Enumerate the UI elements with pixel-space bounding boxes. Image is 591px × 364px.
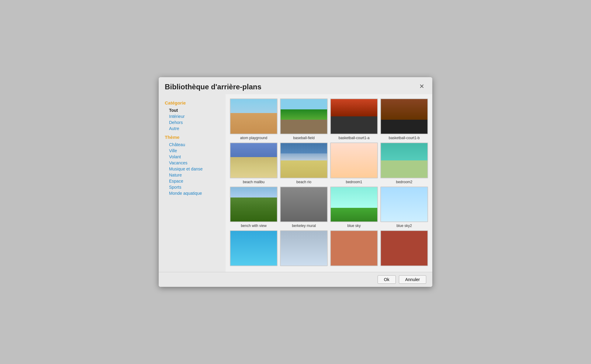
- backgrounds-grid-area: atom playgroundbaseball-fieldbasketball-…: [226, 94, 432, 272]
- background-thumbnail: [330, 98, 378, 134]
- theme-section-title: Thème: [165, 135, 219, 140]
- background-label: blue sky: [347, 224, 361, 228]
- sidebar: Catégorie ToutIntérieurDehorsAutre Thème…: [159, 94, 226, 272]
- background-item[interactable]: [230, 230, 278, 268]
- sidebar-category-list: ToutIntérieurDehorsAutre: [165, 107, 219, 132]
- background-label: basketball-court1-a: [338, 136, 369, 140]
- backgrounds-grid: atom playgroundbaseball-fieldbasketball-…: [229, 97, 429, 269]
- background-item[interactable]: [330, 230, 378, 268]
- background-thumbnail: [380, 143, 428, 178]
- dialog-footer: Ok Annuler: [159, 272, 432, 287]
- sidebar-theme-item[interactable]: Vacances: [165, 160, 219, 166]
- cancel-button[interactable]: Annuler: [399, 275, 426, 284]
- sidebar-category-item[interactable]: Dehors: [165, 119, 219, 125]
- background-label: atom playground: [240, 136, 267, 140]
- background-thumbnail: [230, 143, 278, 178]
- background-item[interactable]: blue sky2: [380, 187, 428, 228]
- background-thumbnail: [230, 230, 278, 266]
- background-item[interactable]: beach malibu: [230, 143, 278, 184]
- background-label: blue sky2: [396, 224, 412, 228]
- background-item[interactable]: beach rio: [280, 143, 328, 184]
- background-item[interactable]: basketball-court1-a: [330, 98, 378, 140]
- ok-button[interactable]: Ok: [378, 275, 396, 284]
- background-item[interactable]: [380, 230, 428, 268]
- background-thumbnail: [230, 187, 278, 222]
- background-thumbnail: [280, 143, 328, 178]
- background-label: baseball-field: [293, 136, 315, 140]
- sidebar-theme-item[interactable]: Monde aquatique: [165, 190, 219, 196]
- background-item[interactable]: bedroom2: [380, 143, 428, 184]
- close-button[interactable]: ✕: [417, 83, 426, 90]
- background-item[interactable]: bench with view: [230, 187, 278, 228]
- background-item[interactable]: atom playground: [230, 98, 278, 140]
- sidebar-category-item[interactable]: Autre: [165, 125, 219, 132]
- category-section-title: Catégorie: [165, 100, 219, 105]
- background-label: bedroom1: [346, 180, 362, 184]
- background-label: bench with view: [241, 224, 267, 228]
- sidebar-category-item[interactable]: Tout: [165, 107, 219, 113]
- background-thumbnail: [330, 230, 378, 266]
- sidebar-category-item[interactable]: Intérieur: [165, 113, 219, 119]
- background-thumbnail: [280, 230, 328, 266]
- background-thumbnail: [380, 230, 428, 266]
- background-thumbnail: [280, 98, 328, 134]
- background-item[interactable]: basketball-court1-b: [380, 98, 428, 140]
- background-item[interactable]: bedroom1: [330, 143, 378, 184]
- dialog-body: Catégorie ToutIntérieurDehorsAutre Thème…: [159, 94, 432, 272]
- sidebar-theme-item[interactable]: Espace: [165, 178, 219, 184]
- background-thumbnail: [380, 98, 428, 134]
- background-item[interactable]: berkeley mural: [280, 187, 328, 228]
- background-thumbnail: [380, 187, 428, 222]
- background-thumbnail: [330, 187, 378, 222]
- sidebar-theme-item[interactable]: Château: [165, 142, 219, 148]
- background-thumbnail: [330, 143, 378, 178]
- sidebar-theme-item[interactable]: Volant: [165, 154, 219, 160]
- background-item[interactable]: blue sky: [330, 187, 378, 228]
- background-item[interactable]: [280, 230, 328, 268]
- background-label: beach rio: [296, 180, 311, 184]
- background-label: basketball-court1-b: [389, 136, 420, 140]
- dialog-header: Bibliothèque d'arrière-plans ✕: [159, 77, 432, 94]
- sidebar-theme-item[interactable]: Sports: [165, 184, 219, 190]
- background-label: beach malibu: [243, 180, 264, 184]
- background-label: bedroom2: [396, 180, 412, 184]
- background-item[interactable]: baseball-field: [280, 98, 328, 140]
- background-thumbnail: [230, 98, 278, 134]
- sidebar-theme-item[interactable]: Musique et danse: [165, 166, 219, 172]
- background-thumbnail: [280, 187, 328, 222]
- dialog-title: Bibliothèque d'arrière-plans: [165, 83, 261, 91]
- background-library-dialog: Bibliothèque d'arrière-plans ✕ Catégorie…: [159, 77, 432, 287]
- background-label: berkeley mural: [292, 224, 316, 228]
- sidebar-theme-item[interactable]: Ville: [165, 148, 219, 154]
- sidebar-theme-list: ChâteauVilleVolantVacancesMusique et dan…: [165, 142, 219, 196]
- sidebar-theme-item[interactable]: Nature: [165, 172, 219, 178]
